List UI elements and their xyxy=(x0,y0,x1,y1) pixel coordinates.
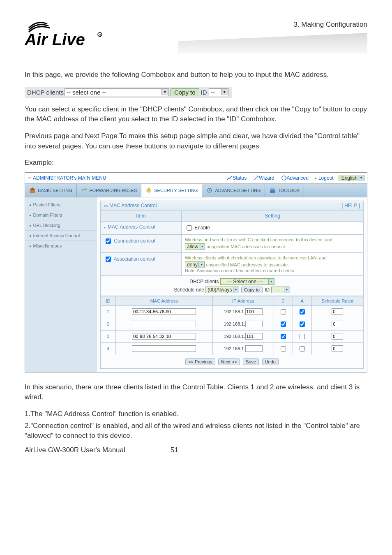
status-link[interactable]: Status xyxy=(224,173,250,183)
tab-basic[interactable]: BASIC SETTING xyxy=(25,184,77,197)
save-button[interactable]: Save xyxy=(243,358,259,365)
ip-prefix: 192.168.1. xyxy=(224,346,245,351)
chevron-down-icon: ▾ xyxy=(199,244,205,250)
connection-allow-select[interactable]: allow▾ xyxy=(185,243,205,250)
table-row: 1192.168.1. xyxy=(101,305,364,318)
c-checkbox[interactable] xyxy=(281,309,286,314)
ip-prefix: 192.168.1. xyxy=(224,334,245,339)
chevron-down-icon: ▾ xyxy=(268,279,274,284)
ip-input[interactable] xyxy=(245,333,263,340)
row-sched-cell xyxy=(311,330,363,342)
forwarding-icon xyxy=(81,187,88,194)
dhcp-clients-select[interactable]: -- select one -- ▼ xyxy=(65,88,169,96)
id-select2[interactable]: --▾ xyxy=(271,287,290,293)
svg-text:R: R xyxy=(99,33,101,37)
row-ip-cell: 192.168.1. xyxy=(212,330,274,342)
ip-input[interactable] xyxy=(245,321,263,327)
schedule-rule-select[interactable]: (00)Always▾ xyxy=(205,287,239,293)
mac-input[interactable] xyxy=(132,333,196,340)
logout-link[interactable]: ▸ Logout xyxy=(312,173,337,183)
row-c-cell xyxy=(274,342,293,355)
schedule-input[interactable] xyxy=(332,321,343,327)
row-c-cell xyxy=(274,318,293,330)
tab-security[interactable]: SECURITY SETTING xyxy=(141,184,202,197)
example-label: Example: xyxy=(25,158,367,168)
enable-checkbox[interactable] xyxy=(187,225,192,231)
nav-domain-filters[interactable]: ●Domain Filters xyxy=(25,210,97,220)
button-row: << Previous Next >> Save Undo xyxy=(100,355,364,369)
mac-input[interactable] xyxy=(132,321,196,327)
a-checkbox[interactable] xyxy=(300,346,305,352)
section-header: ▭MAC Address Control [ HELP ] xyxy=(100,201,364,210)
row-id: 2 xyxy=(101,318,116,330)
ip-prefix: 192.168.1. xyxy=(224,321,245,326)
row-c-cell xyxy=(274,330,293,342)
id-select[interactable]: -- ▼ xyxy=(209,88,228,96)
language-value: English xyxy=(341,175,357,181)
basic-icon xyxy=(29,187,36,194)
schedule-input[interactable] xyxy=(332,333,343,340)
page-number: 51 xyxy=(171,446,178,454)
dhcp-clients-label: DHCP clients xyxy=(27,89,64,96)
language-select[interactable]: English ▾ xyxy=(339,175,364,181)
paragraph-3: Previous page and Next Page To make this… xyxy=(25,131,367,151)
col-sched: Schedule Rule# xyxy=(311,296,363,305)
association-text2: unspecified MAC addresses to associate. xyxy=(206,262,289,267)
next-button[interactable]: Next >> xyxy=(218,358,240,365)
tab-toolbox[interactable]: TOOLBOX xyxy=(265,184,304,197)
help-link[interactable]: [ HELP ] xyxy=(342,203,360,208)
tab-forwarding[interactable]: FORWARDING RULES xyxy=(77,184,142,197)
nav-packet-filters[interactable]: ●Packet Filters xyxy=(25,200,97,210)
row-sched-cell xyxy=(311,305,363,318)
copy-to-button[interactable]: Copy to xyxy=(171,88,199,96)
undo-button[interactable]: Undo xyxy=(262,358,279,365)
nav-url-blocking[interactable]: ●URL Blocking xyxy=(25,220,97,231)
c-checkbox[interactable] xyxy=(281,321,286,327)
row-id: 4 xyxy=(101,342,116,355)
svg-point-10 xyxy=(209,190,210,191)
chevron-down-icon: ▾ xyxy=(233,287,239,293)
row-a-cell xyxy=(293,342,311,355)
c-checkbox[interactable] xyxy=(281,346,286,352)
svg-marker-5 xyxy=(30,187,35,190)
association-control-label: Association control xyxy=(114,256,155,262)
nav-internet-access[interactable]: ●Internet Access Control xyxy=(25,231,97,241)
admin-top-bar: ▭ ADMINISTRATOR's MAIN MENU Status Wizar… xyxy=(25,173,367,184)
dhcp-clients-label2: DHCP clients xyxy=(189,279,219,284)
association-control-checkbox[interactable] xyxy=(106,257,111,262)
mac-input[interactable] xyxy=(132,345,196,352)
association-deny-select[interactable]: deny▾ xyxy=(185,261,205,268)
row-ip-cell: 192.168.1. xyxy=(212,305,274,318)
row-a-cell xyxy=(293,318,311,330)
a-checkbox[interactable] xyxy=(300,321,305,327)
advanced-link[interactable]: Advanced xyxy=(278,173,312,183)
col-mac: MAC Address xyxy=(116,296,213,305)
mac-table: ID MAC Address IP Address C A Schedule R… xyxy=(100,296,364,355)
row-a-cell xyxy=(293,330,311,342)
c-checkbox[interactable] xyxy=(281,334,286,339)
row-id: 3 xyxy=(101,330,116,342)
copy-to-button2[interactable]: Copy to xyxy=(241,287,263,293)
ip-input[interactable] xyxy=(245,345,263,352)
tab-advanced[interactable]: ADVANCED SETTING xyxy=(202,184,265,197)
mac-input[interactable] xyxy=(132,308,196,315)
schedule-input[interactable] xyxy=(332,345,343,352)
ip-input[interactable] xyxy=(245,308,263,315)
association-text1: Wireless clients with A checked can asso… xyxy=(185,255,360,260)
intro-paragraph: In this page, we provide the following C… xyxy=(25,70,367,80)
schedule-input[interactable] xyxy=(332,308,343,315)
wizard-link[interactable]: Wizard xyxy=(250,173,277,183)
settings-table: Item Setting ▸MAC Address Control Enable xyxy=(100,210,364,296)
prev-button[interactable]: << Previous xyxy=(185,358,215,365)
nav-miscellaneous[interactable]: ●Miscellaneous xyxy=(25,241,97,251)
row-sched-cell xyxy=(311,318,363,330)
connection-control-checkbox[interactable] xyxy=(106,238,111,244)
mac-control-label: ▸MAC Address Control xyxy=(101,221,182,234)
dhcp-clients-value: -- select one -- xyxy=(67,89,106,96)
dhcp-clients-select2[interactable]: --- Select one ---▾ xyxy=(220,278,274,285)
svg-point-3 xyxy=(282,176,286,180)
admin-panel: ▭ ADMINISTRATOR's MAIN MENU Status Wizar… xyxy=(25,172,367,372)
a-checkbox[interactable] xyxy=(300,334,305,339)
a-checkbox[interactable] xyxy=(300,309,305,314)
tab-security-label: SECURITY SETTING xyxy=(154,188,198,193)
